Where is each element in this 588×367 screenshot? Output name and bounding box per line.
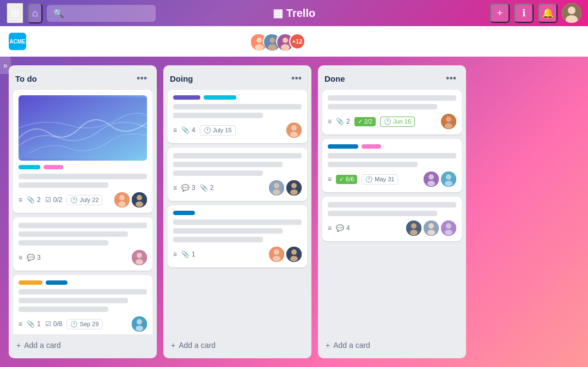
- svg-point-36: [273, 256, 280, 261]
- add-card-button-todo[interactable]: + Add a card: [13, 337, 152, 354]
- member-count-badge[interactable]: +12: [289, 33, 305, 50]
- search-bar[interactable]: 🔍: [47, 5, 156, 22]
- card-done-2[interactable]: ≡ ✓ 6/6 🕐 May 31: [322, 139, 462, 192]
- card-line: [173, 237, 263, 242]
- card-line: [328, 153, 456, 158]
- notifications-button[interactable]: 🔔: [538, 3, 558, 23]
- board-more-button[interactable]: •••: [556, 33, 579, 51]
- member-avatars: +12: [250, 33, 305, 50]
- column-todo-menu[interactable]: •••: [133, 72, 150, 85]
- card-avatar: [132, 316, 147, 332]
- svg-point-7: [270, 38, 275, 43]
- attach-icon: 📎: [181, 250, 189, 258]
- board-view-chevron: ▾: [47, 37, 51, 46]
- card-meta-attach: 📎 1: [181, 250, 195, 258]
- column-done-menu[interactable]: •••: [443, 72, 460, 85]
- tag-blue: [46, 280, 68, 285]
- card-footer: ≡ 💬 3 📎 2: [173, 180, 302, 195]
- svg-point-39: [290, 256, 298, 261]
- clock-icon: 🕐: [70, 321, 78, 328]
- card-avatar-1: [424, 172, 439, 187]
- card-footer: ≡ 📎 2 ☑ 0/2 🕐 July 22: [19, 192, 147, 207]
- card-meta-align: ≡: [173, 184, 177, 192]
- svg-point-21: [136, 259, 143, 265]
- add-card-button-done[interactable]: + Add a card: [322, 337, 462, 354]
- align-icon: ≡: [173, 184, 177, 192]
- checklist-badge-green-2: ✓ 6/6: [336, 175, 357, 184]
- card-done-1[interactable]: ≡ 📎 2 ✓ 2/2 🕐 Jun 16: [322, 90, 462, 134]
- card-line: [19, 307, 108, 312]
- card-meta-align: ≡: [328, 224, 332, 232]
- card-meta-attach: 📎 1: [27, 320, 41, 328]
- card-footer: ≡ 📎 1: [173, 247, 302, 262]
- card-footer: ≡ 📎 4 🕐 July 15: [173, 123, 302, 138]
- sidebar-toggle[interactable]: »: [0, 57, 11, 74]
- tag-pink: [44, 165, 63, 169]
- card-text-lines: [328, 153, 456, 167]
- board-view-icon: ⊞: [38, 37, 45, 46]
- grid-icon[interactable]: ⊞: [7, 3, 23, 23]
- card-meta-checklist: ☑ 0/2: [45, 196, 63, 204]
- svg-point-27: [290, 132, 298, 137]
- add-card-button-doing[interactable]: + Add a card: [168, 337, 307, 354]
- svg-point-8: [268, 44, 277, 51]
- tag-yellow: [19, 280, 42, 285]
- card-line: [328, 202, 456, 207]
- svg-point-32: [291, 183, 297, 188]
- card-todo-2[interactable]: ≡ 💬 3: [13, 217, 152, 271]
- search-icon: 🔍: [53, 8, 64, 19]
- card-done-3[interactable]: ≡ 💬 4: [322, 197, 462, 241]
- svg-point-15: [118, 201, 126, 207]
- header-divider: [185, 35, 186, 48]
- column-done-cards: ≡ 📎 2 ✓ 2/2 🕐 Jun 16: [322, 90, 462, 334]
- svg-point-20: [137, 253, 142, 258]
- card-avatar-2: [441, 172, 456, 187]
- board-canvas: To do •••: [0, 57, 588, 367]
- board-star-icon[interactable]: ☆: [168, 35, 176, 47]
- card-meta-attach: 📎 2: [27, 196, 41, 204]
- svg-point-23: [137, 319, 142, 325]
- card-line: [328, 104, 437, 109]
- card-avatar: [132, 250, 147, 265]
- workspace-logo-text: ACME: [9, 39, 25, 45]
- card-meta-comment: 💬 3: [181, 184, 195, 192]
- column-done-title: Done: [324, 74, 345, 83]
- attach-icon: 📎: [181, 126, 189, 134]
- column-todo: To do •••: [9, 65, 157, 358]
- card-avatar-1: [269, 180, 284, 195]
- home-icon[interactable]: ⌂: [28, 3, 42, 23]
- card-line: [328, 211, 437, 216]
- user-avatar[interactable]: [562, 3, 581, 23]
- card-due-date-green: 🕐 Jun 16: [380, 117, 415, 127]
- card-todo-1[interactable]: ≡ 📎 2 ☑ 0/2 🕐 July 22: [13, 90, 152, 213]
- card-meta-comment: 💬 3: [27, 254, 41, 261]
- svg-point-18: [136, 201, 143, 207]
- card-due-date: 🕐 July 15: [200, 125, 236, 136]
- align-icon: ≡: [173, 250, 177, 258]
- svg-point-33: [290, 189, 298, 195]
- workspace-button[interactable]: Acme, Inc.: [194, 34, 243, 49]
- checklist-badge-green: ✓ 2/2: [354, 117, 376, 126]
- tag-blue-wide: [328, 144, 358, 149]
- card-meta-attach: 📎 2: [336, 118, 350, 125]
- add-button[interactable]: +: [490, 3, 510, 23]
- card-line: [328, 162, 418, 167]
- svg-point-45: [427, 181, 435, 186]
- invite-button[interactable]: Invite: [312, 34, 345, 49]
- add-icon: +: [16, 341, 21, 350]
- svg-point-51: [410, 230, 418, 235]
- card-meta-align: ≡: [173, 126, 177, 134]
- card-tags: [173, 211, 302, 215]
- add-icon: +: [171, 341, 175, 350]
- svg-point-26: [291, 125, 297, 131]
- card-doing-2[interactable]: ≡ 💬 3 📎 2: [168, 148, 307, 201]
- card-footer: ≡ 📎 2 ✓ 2/2 🕐 Jun 16: [328, 114, 456, 129]
- card-doing-3[interactable]: ≡ 📎 1: [168, 205, 307, 267]
- card-line: [19, 174, 147, 179]
- card-due-date: 🕐 Sep 29: [66, 319, 102, 329]
- card-doing-1[interactable]: ≡ 📎 4 🕐 July 15: [168, 90, 307, 143]
- column-doing-menu[interactable]: •••: [288, 72, 305, 85]
- board-view-button[interactable]: ⊞ ▾: [33, 34, 56, 49]
- card-todo-3[interactable]: ≡ 📎 1 ☑ 0/8 🕐 Sep 29: [13, 275, 152, 334]
- info-button[interactable]: ℹ: [514, 3, 534, 23]
